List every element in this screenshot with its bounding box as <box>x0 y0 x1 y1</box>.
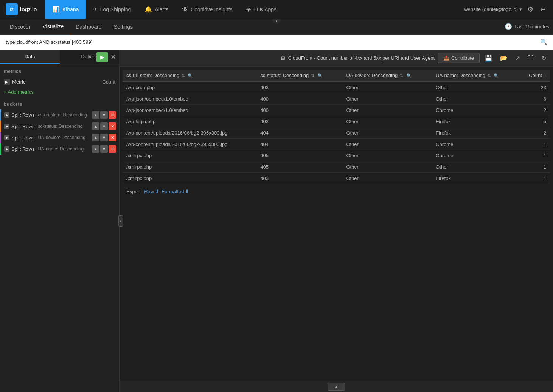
add-metrics-button[interactable]: + Add metrics <box>0 87 119 97</box>
bucket-expander-1[interactable]: ▶ <box>4 124 9 129</box>
cell-ua-device-4: Other <box>342 127 432 139</box>
search-icon-ua-name[interactable]: 🔍 <box>494 73 499 78</box>
bucket-ctrl-0: ▲ ▼ ✕ <box>92 111 116 119</box>
col-header-cs-uri-stem[interactable]: cs-uri-stem: Descending ⇅ 🔍 <box>123 70 256 82</box>
chart-title: CloudFront - Count number of 4xx and 5xx… <box>288 55 435 61</box>
save-icon-button[interactable]: 💾 <box>483 53 495 63</box>
table-row: /xmlrpc.php 403 Other Firefox 1 <box>123 173 550 184</box>
bucket-remove-2[interactable]: ✕ <box>109 134 116 141</box>
cell-ua-name-7: Other <box>432 161 519 173</box>
scroll-up-button[interactable]: ▲ <box>328 383 345 391</box>
bucket-down-1[interactable]: ▼ <box>100 122 108 130</box>
bucket-remove-3[interactable]: ✕ <box>109 145 116 153</box>
bucket-expander-3[interactable]: ▶ <box>4 146 9 152</box>
panel-close-button[interactable]: ✕ <box>110 53 116 61</box>
cell-ua-name-3: Firefox <box>432 116 519 127</box>
bucket-up-3[interactable]: ▲ <box>92 145 99 153</box>
cell-count-7: 1 <box>519 161 550 173</box>
tab-settings[interactable]: Settings <box>108 19 139 34</box>
cell-count-2: 2 <box>519 105 550 116</box>
fullscreen-icon-button[interactable]: ⛶ <box>525 53 536 63</box>
sort-icon-ua-name: ⇅ <box>488 73 491 78</box>
share-icon-button[interactable]: ↗ <box>513 53 522 63</box>
cell-count-0: 23 <box>519 82 550 93</box>
col-header-sc-status[interactable]: sc-status: Descending ⇅ 🔍 <box>256 70 342 82</box>
cell-cs-uri-stem-5: /wp-content/uploads/2016/06/bg2-395x300.… <box>123 139 256 150</box>
metrics-section-header: metrics <box>0 64 119 76</box>
metric-label: Metric <box>12 79 100 85</box>
search-input[interactable] <box>3 39 538 45</box>
search-icon-cs-uri-stem[interactable]: 🔍 <box>188 73 193 78</box>
bucket-down-2[interactable]: ▼ <box>100 134 108 141</box>
sort-icon-ua-device: ⇅ <box>400 73 403 78</box>
table-row: /wp-json/oembed/1.0/embed 400 Other Chro… <box>123 105 550 116</box>
cell-count-8: 1 <box>519 173 550 184</box>
search-icon-sc-status[interactable]: 🔍 <box>317 73 323 78</box>
search-icon-ua-device[interactable]: 🔍 <box>406 73 412 78</box>
bucket-down-0[interactable]: ▼ <box>100 111 108 119</box>
cell-ua-name-1: Other <box>432 93 519 105</box>
chart-icon: ⊞ <box>281 55 285 61</box>
logout-button[interactable]: ↩ <box>539 4 547 15</box>
cell-cs-uri-stem-2: /wp-json/oembed/1.0/embed <box>123 105 256 116</box>
nav-item-kibana[interactable]: 📊 Kibana <box>45 0 86 19</box>
bucket-desc-0: cs-uri-stem: Descending <box>38 112 90 118</box>
refresh-icon-button[interactable]: ↻ <box>539 53 548 63</box>
contribute-button[interactable]: 📤 Contribute <box>438 53 480 63</box>
bucket-name-3: Split Rows <box>11 146 34 152</box>
left-panel: Data Options ▶ ✕ metrics ▶ Metric Count … <box>0 50 120 392</box>
bucket-expander-0[interactable]: ▶ <box>4 112 9 118</box>
bucket-remove-1[interactable]: ✕ <box>109 122 116 130</box>
sec-nav-right: 🕐 Last 15 minutes <box>505 23 549 30</box>
open-icon-button[interactable]: 📂 <box>498 53 510 63</box>
run-button[interactable]: ▶ <box>96 52 108 62</box>
bucket-ctrl-1: ▲ ▼ ✕ <box>92 122 116 130</box>
user-dropdown[interactable]: website (daniel@logz.io) ▾ <box>464 6 522 12</box>
viz-header: ⊞ CloudFront - Count number of 4xx and 5… <box>120 50 553 67</box>
bucket-up-0[interactable]: ▲ <box>92 111 99 119</box>
export-row: Export: Raw ⬇ Formatted ⬇ <box>123 184 550 199</box>
buckets-section-header: buckets <box>0 97 119 109</box>
metric-value: Count <box>102 79 115 85</box>
settings-button[interactable]: ⚙ <box>526 4 535 15</box>
nav-item-cognitive-insights[interactable]: 👁 Cognitive Insights <box>175 0 239 19</box>
cell-ua-name-8: Firefox <box>432 173 519 184</box>
export-raw-link[interactable]: Raw ⬇ <box>144 189 159 194</box>
export-formatted-link[interactable]: Formatted ⬇ <box>162 189 189 194</box>
tab-discover[interactable]: Discover <box>4 19 36 34</box>
bucket-down-3[interactable]: ▼ <box>100 145 108 153</box>
cell-sc-status-7: 405 <box>256 161 342 173</box>
tab-visualize[interactable]: Visualize <box>36 19 70 34</box>
sort-icon-sc-status: ⇅ <box>311 73 314 78</box>
col-header-count[interactable]: Count ↓ <box>519 70 550 82</box>
metric-expander[interactable]: ▶ <box>4 79 10 85</box>
bucket-remove-0[interactable]: ✕ <box>109 111 116 119</box>
panel-tabs: Data Options ▶ ✕ <box>0 50 119 64</box>
table-row: /wp-content/uploads/2016/06/bg2-395x300.… <box>123 139 550 150</box>
bottom-scroll: ▲ <box>120 381 553 392</box>
bucket-expander-2[interactable]: ▶ <box>4 135 9 140</box>
bucket-name-2: Split Rows <box>11 135 34 141</box>
sort-icon-cs-uri-stem: ⇅ <box>182 73 185 78</box>
cell-count-1: 6 <box>519 93 550 105</box>
bucket-row-3: ▶ Split Rows UA-name: Descending ▲ ▼ ✕ <box>0 143 119 155</box>
panel-tab-data[interactable]: Data <box>0 50 60 64</box>
search-button[interactable]: 🔍 <box>538 39 550 46</box>
nav-item-elk-apps[interactable]: ◈ ELK Apps <box>239 0 284 19</box>
bucket-up-1[interactable]: ▲ <box>92 122 99 130</box>
nav-item-alerts[interactable]: 🔔 Alerts <box>138 0 175 19</box>
cell-count-4: 2 <box>519 127 550 139</box>
col-header-ua-device[interactable]: UA-device: Descending ⇅ 🔍 <box>342 70 432 82</box>
cell-cs-uri-stem-4: /wp-content/uploads/2016/06/bg2-395x300.… <box>123 127 256 139</box>
col-header-ua-name[interactable]: UA-name: Descending ⇅ 🔍 <box>432 70 519 82</box>
table-row: /wp-json/oembed/1.0/embed 400 Other Othe… <box>123 93 550 105</box>
collapse-panel-button[interactable]: ‹ <box>118 215 123 227</box>
cell-cs-uri-stem-6: /xmlrpc.php <box>123 150 256 161</box>
bucket-up-2[interactable]: ▲ <box>92 134 99 141</box>
nav-item-log-shipping[interactable]: ✈ Log Shipping <box>86 0 138 19</box>
viz-title-bar: ⊞ CloudFront - Count number of 4xx and 5… <box>124 55 435 61</box>
cell-ua-device-6: Other <box>342 150 432 161</box>
collapse-arrow[interactable]: ▲ <box>273 19 280 23</box>
tab-dashboard[interactable]: Dashboard <box>70 19 108 34</box>
contribute-icon: 📤 <box>443 55 449 61</box>
